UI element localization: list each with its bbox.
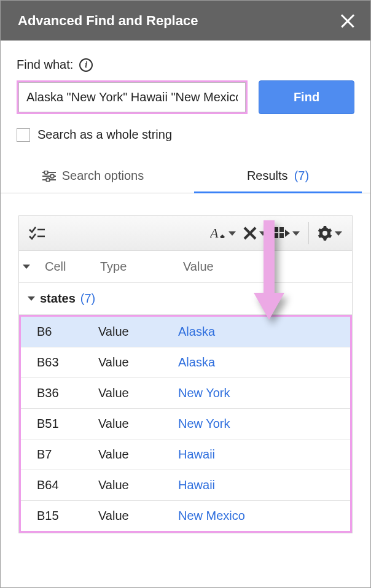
results-table: Cell Type Value states (7) B6ValueAlaska…: [18, 251, 353, 533]
delete-button[interactable]: [240, 222, 270, 245]
svg-rect-12: [279, 227, 284, 232]
group-collapse-caret: [28, 296, 35, 301]
sliders-icon: [42, 171, 56, 182]
tab-search-options[interactable]: Search options: [1, 160, 186, 193]
whole-string-label: Search as a whole string: [37, 128, 172, 142]
svg-text:A: A: [210, 226, 219, 241]
results-area: A: [17, 193, 354, 533]
cell-ref: B51: [37, 417, 98, 431]
select-all-button[interactable]: [25, 222, 49, 245]
cell-ref: B63: [37, 355, 98, 369]
find-button[interactable]: Find: [259, 80, 354, 114]
settings-button[interactable]: [314, 221, 346, 246]
dialog-header: Advanced Find and Replace: [1, 1, 370, 41]
group-row[interactable]: states (7): [19, 283, 352, 315]
table-row[interactable]: B7ValueHawaii: [21, 439, 350, 470]
cell-ref: B7: [37, 447, 98, 462]
cell-type: Value: [98, 355, 178, 369]
info-icon[interactable]: [79, 58, 93, 72]
toolbar-divider: [308, 222, 309, 244]
table-row[interactable]: B36ValueNew York: [21, 378, 350, 409]
format-button[interactable]: A: [206, 221, 240, 246]
format-text-icon: A: [210, 226, 226, 241]
gear-icon: [318, 226, 332, 241]
close-icon[interactable]: [340, 13, 356, 29]
whole-string-checkbox[interactable]: [17, 128, 30, 142]
caret-down-icon: [228, 231, 236, 236]
table-row[interactable]: B51ValueNew York: [21, 409, 350, 439]
whole-string-row: Search as a whole string: [17, 128, 354, 142]
cell-ref: B36: [37, 386, 98, 400]
toolbar-actions: A: [206, 221, 346, 246]
group-name: states: [40, 292, 76, 306]
caret-down-icon: [292, 231, 300, 236]
tab-search-options-label: Search options: [62, 169, 144, 183]
col-header-cell[interactable]: Cell: [45, 260, 100, 274]
dialog-title: Advanced Find and Replace: [18, 13, 198, 29]
grid-arrow-icon: [274, 227, 290, 239]
find-input[interactable]: [18, 82, 246, 112]
results-toolbar: A: [18, 215, 353, 251]
svg-rect-13: [274, 233, 278, 238]
cell-type: Value: [98, 509, 178, 523]
cell-ref: B15: [37, 509, 98, 523]
find-label-row: Find what:: [17, 58, 354, 72]
x-icon: [243, 226, 257, 240]
find-input-row: Find: [17, 80, 354, 114]
table-row[interactable]: B15ValueNew Mexico: [21, 501, 350, 531]
cell-value[interactable]: Hawaii: [178, 478, 344, 492]
cell-type: Value: [98, 417, 178, 431]
checklist-icon: [29, 226, 45, 240]
cell-value[interactable]: Hawaii: [178, 447, 344, 462]
cell-value[interactable]: New York: [178, 417, 344, 431]
cell-value[interactable]: Alaska: [178, 325, 344, 339]
col-header-type[interactable]: Type: [100, 260, 183, 274]
tab-results-count: (7): [294, 169, 309, 183]
dialog-body: Find what: Find Search as a whole string: [1, 41, 370, 533]
caret-down-icon: [259, 231, 267, 236]
tab-results[interactable]: Results (7): [186, 160, 370, 193]
export-button[interactable]: [270, 222, 303, 244]
find-what-label: Find what:: [17, 58, 73, 72]
col-header-value[interactable]: Value: [183, 260, 346, 274]
cell-value[interactable]: New York: [178, 386, 344, 400]
svg-point-1: [44, 171, 48, 174]
tab-strip: Search options Results (7): [1, 160, 370, 193]
svg-point-3: [50, 174, 54, 178]
svg-point-5: [46, 178, 50, 182]
table-row[interactable]: B63ValueAlaska: [21, 347, 350, 378]
cell-type: Value: [98, 386, 178, 400]
svg-rect-14: [279, 233, 284, 238]
table-header: Cell Type Value: [19, 251, 352, 283]
find-input-highlight: [17, 80, 248, 114]
header-collapse-caret[interactable]: [23, 265, 45, 269]
svg-rect-11: [274, 227, 278, 232]
cell-type: Value: [98, 447, 178, 462]
cell-value[interactable]: Alaska: [178, 355, 344, 369]
cell-type: Value: [98, 478, 178, 492]
cell-type: Value: [98, 325, 178, 339]
cell-ref: B6: [37, 325, 98, 339]
tab-results-label: Results: [247, 169, 288, 183]
table-row[interactable]: B6ValueAlaska: [21, 317, 350, 347]
cell-ref: B64: [37, 478, 98, 492]
caret-down-icon: [335, 231, 342, 236]
cell-value[interactable]: New Mexico: [178, 509, 344, 523]
table-row[interactable]: B64ValueHawaii: [21, 470, 350, 501]
group-count: (7): [80, 292, 95, 306]
results-rows-highlight: B6ValueAlaskaB63ValueAlaskaB36ValueNew Y…: [19, 315, 352, 533]
